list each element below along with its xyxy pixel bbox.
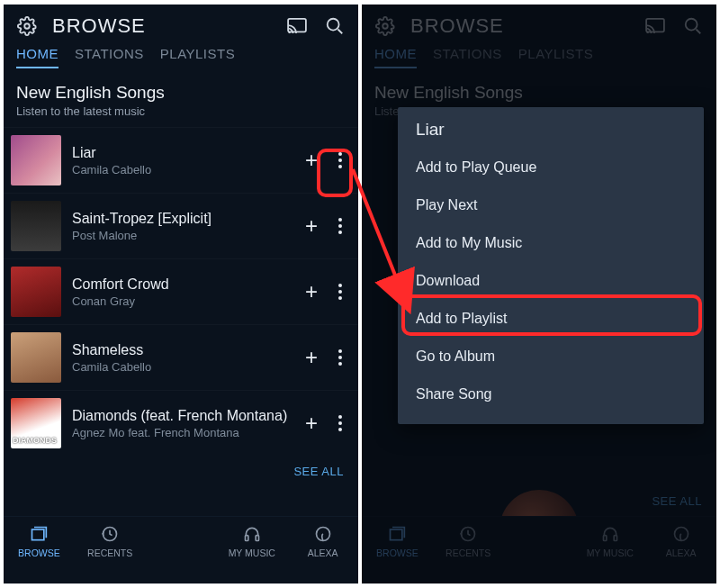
- album-art: [11, 332, 61, 383]
- song-row[interactable]: Saint-Tropez [Explicit] Post Malone +: [4, 193, 358, 258]
- menu-title: Liar: [398, 120, 704, 149]
- svg-point-2: [328, 19, 339, 31]
- tab-playlists[interactable]: PLAYLISTS: [160, 46, 235, 68]
- song-row[interactable]: Shameless Camila Cabello +: [4, 324, 358, 390]
- tab-stations[interactable]: STATIONS: [75, 46, 144, 68]
- tab-home[interactable]: HOME: [16, 46, 58, 68]
- more-icon[interactable]: [331, 409, 349, 438]
- more-icon[interactable]: [331, 277, 349, 306]
- song-artist: Camila Cabello: [72, 360, 301, 374]
- add-icon[interactable]: +: [301, 215, 322, 237]
- svg-rect-3: [32, 529, 44, 540]
- menu-item-download[interactable]: Download: [398, 262, 704, 300]
- more-icon[interactable]: [331, 146, 349, 175]
- song-row[interactable]: DIAMONDS Diamonds (feat. French Montana)…: [4, 390, 358, 456]
- bottom-nav: BROWSE RECENTS . MY MUSIC ALEXA: [4, 516, 358, 583]
- section-heading: New English Songs Listen to the latest m…: [4, 76, 358, 120]
- song-title: Liar: [72, 145, 301, 161]
- add-icon[interactable]: +: [301, 281, 322, 303]
- menu-item-add-queue[interactable]: Add to Play Queue: [398, 149, 704, 186]
- album-art: [11, 201, 61, 251]
- add-icon[interactable]: +: [301, 412, 322, 434]
- svg-point-0: [24, 23, 30, 29]
- song-row[interactable]: Comfort Crowd Conan Gray +: [4, 258, 358, 324]
- nav-label: RECENTS: [87, 547, 132, 558]
- song-context-menu: Liar Add to Play Queue Play Next Add to …: [398, 107, 704, 424]
- section-subtitle: Listen to the latest music: [16, 104, 346, 118]
- song-artist: Agnez Mo feat. French Montana: [72, 426, 301, 439]
- song-title: Saint-Tropez [Explicit]: [72, 211, 301, 227]
- headphones-icon: [242, 524, 262, 544]
- nav-recents[interactable]: RECENTS: [78, 524, 141, 558]
- album-art: [11, 267, 61, 317]
- more-icon[interactable]: [331, 212, 349, 240]
- menu-item-add-my-music[interactable]: Add to My Music: [398, 224, 704, 262]
- menu-item-go-album[interactable]: Go to Album: [398, 338, 704, 375]
- album-art: DIAMONDS: [11, 398, 61, 448]
- song-list: Liar Camila Cabello + Saint-Tropez [Expl…: [4, 127, 358, 456]
- song-artist: Camila Cabello: [72, 163, 301, 176]
- add-icon[interactable]: +: [301, 347, 322, 368]
- nav-label: BROWSE: [18, 547, 60, 558]
- tabs: HOME STATIONS PLAYLISTS: [4, 46, 358, 76]
- recents-icon: [100, 524, 120, 544]
- phone-right: BROWSE HOME STATIONS PLAYLISTS New Engli…: [362, 5, 716, 583]
- song-title: Comfort Crowd: [72, 276, 301, 293]
- cast-icon[interactable]: [284, 14, 310, 39]
- nav-my-music[interactable]: MY MUSIC: [220, 524, 284, 558]
- menu-item-add-playlist[interactable]: Add to Playlist: [398, 300, 704, 338]
- alexa-icon: [313, 524, 333, 544]
- nav-label: MY MUSIC: [229, 547, 275, 558]
- album-art: [11, 135, 61, 185]
- song-title: Shameless: [72, 342, 301, 358]
- search-icon[interactable]: [322, 14, 347, 39]
- browse-icon: [29, 524, 49, 544]
- add-icon[interactable]: +: [301, 149, 322, 171]
- gear-icon[interactable]: [14, 14, 40, 39]
- menu-item-share[interactable]: Share Song: [398, 375, 704, 413]
- header: BROWSE: [4, 5, 358, 46]
- menu-item-play-next[interactable]: Play Next: [398, 186, 704, 224]
- svg-rect-6: [256, 536, 258, 541]
- song-row[interactable]: Liar Camila Cabello +: [4, 127, 358, 193]
- nav-alexa[interactable]: ALEXA: [292, 524, 355, 558]
- song-artist: Post Malone: [72, 229, 301, 242]
- see-all-link[interactable]: SEE ALL: [4, 456, 358, 489]
- more-icon[interactable]: [331, 343, 349, 372]
- page-title: BROWSE: [52, 14, 284, 38]
- song-title: Diamonds (feat. French Montana): [72, 408, 301, 424]
- nav-browse[interactable]: BROWSE: [7, 524, 70, 558]
- svg-rect-5: [245, 536, 248, 541]
- nav-label: ALEXA: [308, 547, 338, 558]
- section-title: New English Songs: [16, 83, 346, 103]
- phone-left: BROWSE HOME STATIONS PLAYLISTS New Engli…: [4, 5, 358, 583]
- song-artist: Conan Gray: [72, 294, 301, 308]
